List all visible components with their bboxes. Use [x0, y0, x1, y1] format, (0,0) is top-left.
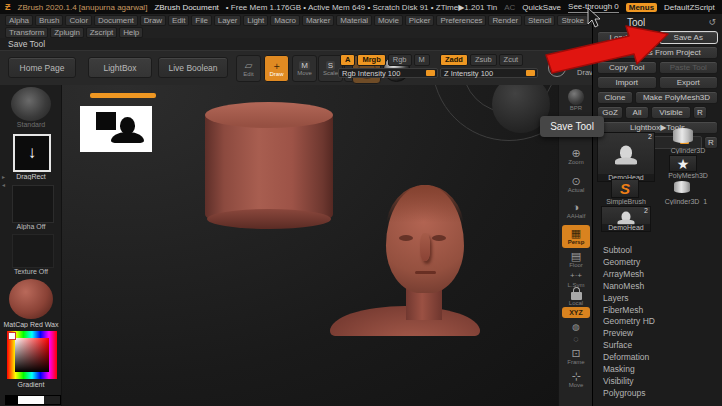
tool-subpalette-item[interactable]: Masking	[603, 364, 719, 376]
sculpt-mode-button[interactable]: Zcut	[499, 54, 524, 66]
draw-mode-button[interactable]: ＋ Draw	[264, 55, 289, 82]
aahalf-button[interactable]: ◑ AAHalf	[562, 201, 590, 220]
menu-item[interactable]: Draw	[140, 15, 166, 26]
tool-subpalette-item[interactable]: Geometry HD	[603, 316, 719, 328]
paint-mode-button[interactable]: Mrgb	[357, 54, 385, 66]
local-button[interactable]: Local	[562, 288, 590, 307]
stroke-thumbnail[interactable]: ↓	[13, 134, 51, 172]
move-3d-button[interactable]: ⊹ Move	[562, 370, 590, 389]
tool-thumbnail-cylinder3d-1[interactable]	[669, 181, 695, 197]
clone-button[interactable]: Clone	[597, 91, 633, 104]
ghost-button[interactable]: ◌	[562, 335, 590, 344]
menu-item[interactable]: Brush	[35, 15, 63, 26]
frame-button[interactable]: ⊡ Frame	[562, 347, 590, 366]
tool-subpalette-item[interactable]: Surface	[603, 340, 719, 352]
tool-thumbnail-demohead-2[interactable]: 2 DemoHead	[601, 206, 651, 232]
color-picker-gradient[interactable]	[15, 338, 49, 372]
sculpt-mode-button[interactable]: Zsub	[470, 54, 497, 66]
default-zscript-button[interactable]: DefaultZScript	[664, 3, 715, 12]
color-swatches[interactable]	[5, 395, 61, 405]
brush-thumbnail[interactable]	[11, 87, 51, 121]
edit-mode-button[interactable]: ▱ Edit	[236, 55, 261, 82]
menu-item[interactable]: Preferences	[436, 15, 486, 26]
live-boolean-button[interactable]: Live Boolean	[158, 57, 228, 78]
menu-item[interactable]: File	[191, 15, 212, 26]
rgb-intensity-slider[interactable]: Rgb Intensity 100	[338, 68, 438, 78]
move-mode-button[interactable]: M Move	[292, 55, 317, 82]
transparency-button[interactable]: ◍	[562, 323, 590, 332]
home-page-button[interactable]: Home Page	[8, 57, 76, 78]
lightbox-button[interactable]: LightBox	[88, 57, 152, 78]
tool-subpalette-item[interactable]: ArrayMesh	[603, 269, 719, 281]
menu-item[interactable]: Movie	[374, 15, 403, 26]
menu-item[interactable]: Stroke	[557, 15, 588, 26]
swatch-dark[interactable]	[44, 396, 60, 404]
load-tools-from-project-button[interactable]: Load Tools From Project	[597, 46, 718, 59]
export-button[interactable]: Export	[659, 76, 719, 89]
floor-button[interactable]: ▤ Floor	[562, 250, 590, 269]
tool-subpalette-item[interactable]: Deformation	[603, 352, 719, 364]
tray-divider-arrows[interactable]: ▸◂	[0, 173, 7, 189]
tool-thumbnail-demohead[interactable]: 2 DemoHead	[597, 132, 655, 182]
copy-tool-button[interactable]: Copy Tool	[597, 61, 657, 74]
tool-subpalette-item[interactable]: Geometry	[603, 257, 719, 269]
menu-item[interactable]: Material	[336, 15, 372, 26]
tool-subpalette-item[interactable]: Polygroups	[603, 388, 719, 400]
sculpt-mode-button[interactable]: Zadd	[440, 54, 468, 66]
demohead-model[interactable]	[330, 185, 480, 336]
persp-button[interactable]: ▦ Persp	[562, 225, 590, 248]
menu-item[interactable]: Zscript	[86, 27, 117, 38]
menu-item[interactable]: Render	[488, 15, 522, 26]
tool-subpalette-item[interactable]: Preview	[603, 328, 719, 340]
paint-mode-button[interactable]: A	[340, 54, 355, 66]
menu-item[interactable]: Picker	[405, 15, 435, 26]
goz-visible-button[interactable]: Visible	[651, 106, 691, 119]
menu-item[interactable]: Help	[119, 27, 143, 38]
menu-item[interactable]: Macro	[270, 15, 300, 26]
menu-item[interactable]: Stencil	[524, 15, 555, 26]
menu-item[interactable]: Document	[94, 15, 138, 26]
bpr-render-button[interactable]: BPR	[562, 89, 590, 112]
menu-item[interactable]: Light	[243, 15, 268, 26]
see-through-slider[interactable]: See-through 0	[568, 2, 619, 13]
import-button[interactable]: Import	[597, 76, 657, 89]
goz-all-button[interactable]: All	[625, 106, 649, 119]
make-polymesh3d-button[interactable]: Make PolyMesh3D	[635, 91, 718, 104]
material-thumbnail[interactable]	[9, 279, 53, 319]
document-canvas[interactable]	[62, 85, 558, 406]
cylinder3d-model[interactable]	[205, 103, 333, 228]
menu-item[interactable]: Transform	[5, 27, 48, 38]
color-picker-selector[interactable]	[8, 332, 16, 340]
color-picker[interactable]	[7, 331, 57, 379]
tool-subpalette-item[interactable]: Layers	[603, 293, 719, 305]
xyz-button[interactable]: XYZ	[562, 307, 590, 318]
lightbox-divider-bar[interactable]	[90, 93, 156, 98]
slider-nub[interactable]	[426, 70, 435, 76]
save-as-button[interactable]: Save As	[659, 31, 719, 44]
texture-thumbnail[interactable]	[12, 234, 54, 268]
quicksave-button[interactable]: QuickSave	[522, 3, 561, 12]
menus-button[interactable]: Menus	[626, 3, 657, 12]
swatch-white[interactable]	[18, 396, 44, 404]
z-intensity-slider[interactable]: Z Intensity 100	[440, 68, 538, 78]
alpha-thumbnail[interactable]	[12, 185, 54, 223]
tool-subpalette-item[interactable]: Subtool	[603, 245, 719, 257]
menu-item[interactable]: Layer	[214, 15, 242, 26]
paint-mode-button[interactable]: Rgb	[388, 54, 412, 66]
menu-item[interactable]: Color	[65, 15, 92, 26]
slider-nub[interactable]	[526, 70, 535, 76]
zoom-button[interactable]: ⊕ Zoom	[562, 147, 590, 166]
tool-thumbnail-simplebrush[interactable]: S	[611, 179, 639, 198]
tool-subpalette-item[interactable]: FiberMesh	[603, 305, 719, 317]
menu-item[interactable]: Zplugin	[50, 27, 84, 38]
tool-subpalette-item[interactable]: NanoMesh	[603, 281, 719, 293]
tool-subpalette-item[interactable]: Visibility	[603, 376, 719, 388]
menu-item[interactable]: Edit	[168, 15, 189, 26]
palette-reset-icon[interactable]: ↺	[708, 17, 716, 27]
actual-size-button[interactable]: ⊙ Actual	[562, 175, 590, 194]
tool-thumbnail-cylinder3d[interactable]	[669, 128, 697, 147]
swatch-black[interactable]	[6, 396, 18, 404]
paint-mode-button[interactable]: M	[414, 54, 430, 66]
menu-item[interactable]: Marker	[302, 15, 334, 26]
menu-item[interactable]: Alpha	[5, 15, 33, 26]
